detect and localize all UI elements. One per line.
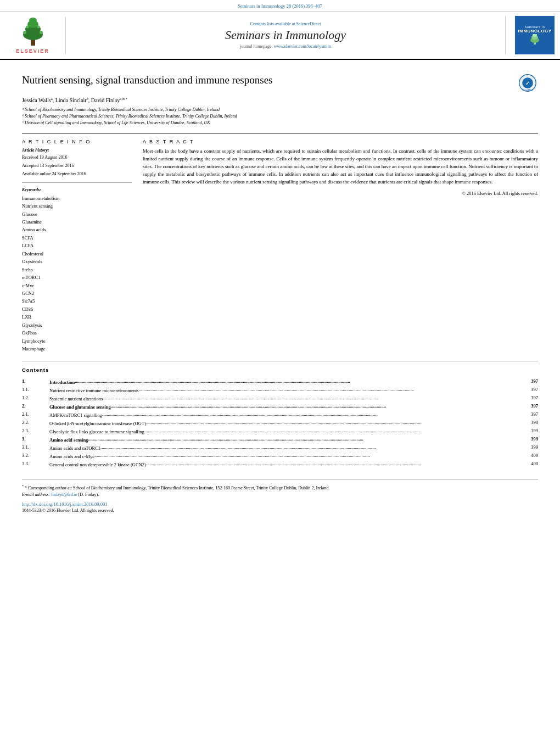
footer-section: * * Corresponding author at: School of B… bbox=[22, 479, 538, 513]
contents-number: 3.2. bbox=[22, 451, 49, 460]
sciencedirect-link[interactable]: ScienceDirect bbox=[296, 21, 321, 26]
contents-row: 2.Glucose and glutamine sensing ........… bbox=[22, 402, 538, 410]
contents-row: 2.2.O-linked β-N-acetylglucosamine trans… bbox=[22, 419, 538, 427]
affiliations: ᵃ School of Biochemistry and Immunology,… bbox=[22, 107, 538, 126]
contents-row: 3.Amino acid sensing ...................… bbox=[22, 435, 538, 443]
contents-number: 2.2. bbox=[22, 419, 49, 427]
contents-page-number: 397 bbox=[522, 402, 538, 410]
contents-number: 3.1. bbox=[22, 443, 49, 451]
keyword-item: Macrophage bbox=[22, 345, 132, 353]
article-title: Nutrient sensing, signal transduction an… bbox=[22, 74, 512, 87]
copyright: © 2016 Elsevier Ltd. All rights reserved… bbox=[143, 191, 538, 196]
contents-number: 1.1. bbox=[22, 386, 49, 394]
contents-item-title: Glycolytic flux links glucose to immune … bbox=[49, 427, 522, 435]
keyword-item: Glycolysis bbox=[22, 321, 132, 329]
svg-text:CrossMark: CrossMark bbox=[522, 88, 533, 91]
contents-row: 1.Introduction .........................… bbox=[22, 377, 538, 386]
abstract-label: A B S T R A C T bbox=[143, 139, 538, 144]
contents-table: 1.Introduction .........................… bbox=[22, 377, 538, 468]
issn-text: 1044-5323/© 2016 Elsevier Ltd. All right… bbox=[22, 508, 538, 513]
contents-row: 3.1.Amino acids and mTORC1 .............… bbox=[22, 443, 538, 451]
contents-row: 2.1.AMPK/mTORC1 signalling .............… bbox=[22, 410, 538, 419]
contents-section: Contents 1.Introduction ................… bbox=[22, 361, 538, 468]
contents-item-title: Systemic nutrient alterations ..........… bbox=[49, 394, 522, 402]
contents-number: 3.3. bbox=[22, 460, 49, 468]
email-label: E-mail address: finlayd@tcd.ie (D. Finla… bbox=[22, 492, 99, 497]
contents-page-number: 397 bbox=[522, 377, 538, 386]
keyword-item: LXR bbox=[22, 313, 132, 321]
accepted-date: Accepted 13 September 2016 bbox=[22, 163, 132, 170]
email-person: (D. Finlay). bbox=[79, 492, 99, 497]
elsevier-logo: ELSEVIER bbox=[5, 17, 66, 54]
crossmark-icon: ✓ CrossMark bbox=[518, 74, 537, 92]
abstract-text: Most cells in the body have a constant s… bbox=[143, 148, 538, 186]
keyword-item: Lymphocyte bbox=[22, 337, 132, 345]
keywords-list: ImmunometabolismNutrient sensingGlucoseG… bbox=[22, 194, 132, 353]
keyword-item: Oxysterols bbox=[22, 258, 132, 265]
journal-center: Contents lists available at ScienceDirec… bbox=[66, 21, 505, 49]
contents-row: 1.1.Nutrient restrictive immune microenv… bbox=[22, 386, 538, 394]
contents-row: 3.3.General control non-derepressible 2 … bbox=[22, 460, 538, 468]
contents-item-title: O-linked β-N-acetylglucosamine transfera… bbox=[49, 419, 522, 427]
history-label: Article history: bbox=[22, 148, 132, 153]
svg-point-7 bbox=[26, 25, 29, 28]
keyword-item: Nutrient sensing bbox=[22, 202, 132, 210]
contents-page-number: 399 bbox=[522, 443, 538, 451]
contents-number: 2.3. bbox=[22, 427, 49, 435]
author-sinclair: Linda Sinclairc bbox=[55, 97, 88, 103]
email-link[interactable]: finlayd@tcd.ie bbox=[51, 492, 77, 497]
keyword-item: CD36 bbox=[22, 305, 132, 313]
main-content: Nutrient sensing, signal transduction an… bbox=[0, 60, 560, 518]
contents-item-title: Amino acids and c-Myc ..................… bbox=[49, 451, 522, 460]
keyword-item: c-Myc bbox=[22, 282, 132, 289]
article-title-section: Nutrient sensing, signal transduction an… bbox=[22, 74, 538, 92]
keyword-item: mTORC1 bbox=[22, 274, 132, 281]
elsevier-tree-icon bbox=[11, 17, 55, 47]
corresponding-note: * Corresponding author at: School of Bio… bbox=[25, 486, 329, 490]
keyword-item: LCFA bbox=[22, 242, 132, 249]
contents-row: 1.2.Systemic nutrient alterations ......… bbox=[22, 394, 538, 402]
keyword-item: Glutamine bbox=[22, 218, 132, 226]
abstract-column: A B S T R A C T Most cells in the body h… bbox=[143, 139, 538, 353]
contents-page-number: 399 bbox=[522, 427, 538, 435]
contents-number: 3. bbox=[22, 435, 49, 443]
contents-page-number: 397 bbox=[522, 394, 538, 402]
svg-point-6 bbox=[40, 31, 43, 34]
contents-item-title: AMPK/mTORC1 signalling .................… bbox=[49, 410, 522, 419]
available-date: Available online 24 September 2016 bbox=[22, 171, 132, 178]
page: Seminars in Immunology 28 (2016) 396–407… bbox=[0, 0, 560, 742]
svg-point-4 bbox=[29, 18, 37, 23]
contents-page-number: 397 bbox=[522, 386, 538, 394]
keyword-item: Immunometabolism bbox=[22, 194, 132, 202]
logo-immunology: IMMUNOLOGY bbox=[518, 29, 552, 34]
elsevier-label: ELSEVIER bbox=[16, 48, 49, 54]
contents-row: 2.3.Glycolytic flux links glucose to imm… bbox=[22, 427, 538, 435]
keyword-item: Amino acids bbox=[22, 226, 132, 233]
contents-row: 3.2.Amino acids and c-Myc ..............… bbox=[22, 451, 538, 460]
received-date: Received 19 August 2016 bbox=[22, 154, 132, 161]
author-finlay: David Finlaya,b,* bbox=[91, 97, 127, 103]
crossmark: ✓ CrossMark bbox=[517, 74, 538, 92]
asterisk-sup: * bbox=[22, 484, 24, 488]
affil-b: ᵇ School of Pharmacy and Pharmaceutical … bbox=[22, 113, 538, 120]
article-info-label: A R T I C L E I N F O bbox=[22, 139, 132, 144]
contents-item-title: Amino acids and mTORC1 .................… bbox=[49, 443, 522, 451]
contents-item-title: Nutrient restrictive immune microenviron… bbox=[49, 386, 522, 394]
keyword-item: Srebp bbox=[22, 266, 132, 274]
author-walls: Jessica Wallsa bbox=[22, 97, 53, 103]
contents-number: 2. bbox=[22, 402, 49, 410]
svg-point-8 bbox=[37, 25, 40, 28]
article-info-column: A R T I C L E I N F O Article history: R… bbox=[22, 139, 132, 353]
svg-text:✓: ✓ bbox=[525, 81, 530, 86]
contents-page-number: 400 bbox=[522, 460, 538, 468]
contents-page-number: 398 bbox=[522, 419, 538, 427]
authors: Jessica Wallsa, Linda Sinclairc, David F… bbox=[22, 97, 538, 103]
doi-link[interactable]: http://dx.doi.org/10.1016/j.smim.2016.09… bbox=[22, 501, 538, 507]
keyword-item: GCN2 bbox=[22, 289, 132, 297]
homepage-url[interactable]: www.elsevier.com/locate/ysmim bbox=[274, 44, 331, 49]
divider bbox=[22, 182, 132, 183]
keyword-item: SCFA bbox=[22, 234, 132, 242]
journal-title: Seminars in Immunology bbox=[71, 28, 500, 42]
journal-homepage: journal homepage: www.elsevier.com/locat… bbox=[71, 44, 500, 49]
contents-item-title: Amino acid sensing .....................… bbox=[49, 435, 522, 443]
